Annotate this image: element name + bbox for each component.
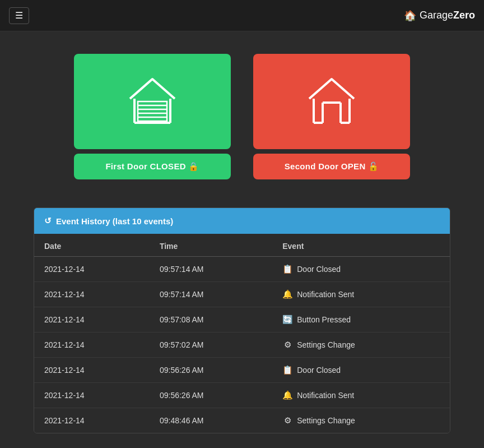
history-table-header-row: Date Time Event — [34, 234, 450, 257]
second-door-icon — [304, 73, 360, 130]
second-door-status-button[interactable]: Second Door OPEN 🔓 — [253, 154, 410, 179]
cell-time: 09:48:46 AM — [150, 408, 272, 433]
event-icon: ⚙ — [282, 340, 292, 350]
history-icon: ↺ — [44, 216, 52, 226]
cell-date: 2021-12-14 — [34, 408, 150, 433]
cell-date: 2021-12-14 — [34, 282, 150, 307]
cell-time: 09:57:14 AM — [150, 257, 272, 282]
cell-time: 09:57:08 AM — [150, 307, 272, 332]
table-row: 2021-12-1409:57:14 AM🔔Notification Sent — [34, 282, 450, 307]
first-door-card: First Door CLOSED 🔒 — [74, 54, 231, 179]
col-date: Date — [34, 234, 150, 257]
cell-date: 2021-12-14 — [34, 358, 150, 383]
cell-time: 09:56:26 AM — [150, 383, 272, 408]
cell-event: 📋Door Closed — [272, 358, 450, 383]
event-label: Notification Sent — [297, 290, 354, 299]
brand-normal: Garage — [420, 10, 453, 21]
cell-date: 2021-12-14 — [34, 307, 150, 332]
brand-bold: Zero — [453, 10, 475, 21]
brand-text: GarageZero — [420, 10, 475, 21]
cell-event: ⚙Settings Change — [272, 332, 450, 358]
table-row: 2021-12-1409:56:26 AM🔔Notification Sent — [34, 383, 450, 408]
cell-event: 🔄Button Pressed — [272, 307, 450, 332]
event-label: Button Pressed — [297, 315, 351, 324]
cell-time: 09:57:02 AM — [150, 332, 272, 358]
table-row: 2021-12-1409:57:14 AM📋Door Closed — [34, 257, 450, 282]
table-row: 2021-12-1409:57:02 AM⚙Settings Change — [34, 332, 450, 358]
cell-event: ⚙Settings Change — [272, 408, 450, 433]
event-icon: 📋 — [282, 264, 292, 274]
hamburger-icon: ☰ — [15, 11, 23, 20]
cell-time: 09:57:14 AM — [150, 282, 272, 307]
event-history-section: ↺ Event History (last 10 events) Date Ti… — [34, 207, 450, 433]
history-header: ↺ Event History (last 10 events) — [34, 208, 450, 234]
col-event: Event — [272, 234, 450, 257]
event-label: Notification Sent — [297, 391, 354, 400]
second-door-card: Second Door OPEN 🔓 — [253, 54, 410, 179]
event-icon: ⚙ — [282, 415, 292, 426]
event-icon: 📋 — [282, 365, 292, 375]
svg-rect-3 — [138, 101, 167, 121]
event-label: Door Closed — [297, 265, 341, 274]
first-door-icon-box — [74, 54, 231, 149]
event-icon: 🔔 — [282, 289, 292, 299]
history-title: Event History (last 10 events) — [56, 216, 173, 226]
cell-event: 🔔Notification Sent — [272, 282, 450, 307]
event-label: Door Closed — [297, 366, 341, 375]
table-row: 2021-12-1409:48:46 AM⚙Settings Change — [34, 408, 450, 433]
table-row: 2021-12-1409:56:26 AM📋Door Closed — [34, 358, 450, 383]
event-label: Settings Change — [297, 340, 355, 349]
navbar: ☰ 🏠 GarageZero — [0, 0, 484, 31]
cell-date: 2021-12-14 — [34, 257, 150, 282]
door-cards-row: First Door CLOSED 🔒 — [0, 31, 484, 191]
cell-event: 📋Door Closed — [272, 257, 450, 282]
col-time: Time — [150, 234, 272, 257]
cell-event: 🔔Notification Sent — [272, 383, 450, 408]
event-label: Settings Change — [297, 416, 355, 425]
cell-date: 2021-12-14 — [34, 332, 150, 358]
second-door-icon-box — [253, 54, 410, 149]
first-door-status-button[interactable]: First Door CLOSED 🔒 — [74, 154, 231, 179]
brand-logo: 🏠 GarageZero — [404, 10, 475, 22]
cell-date: 2021-12-14 — [34, 383, 150, 408]
event-icon: 🔄 — [282, 315, 292, 325]
hamburger-button[interactable]: ☰ — [9, 7, 29, 24]
table-row: 2021-12-1409:57:08 AM🔄Button Pressed — [34, 307, 450, 332]
history-table: Date Time Event 2021-12-1409:57:14 AM📋Do… — [34, 234, 450, 433]
home-icon: 🏠 — [404, 10, 416, 22]
event-icon: 🔔 — [282, 390, 292, 400]
first-door-icon — [124, 73, 180, 130]
cell-time: 09:56:26 AM — [150, 358, 272, 383]
